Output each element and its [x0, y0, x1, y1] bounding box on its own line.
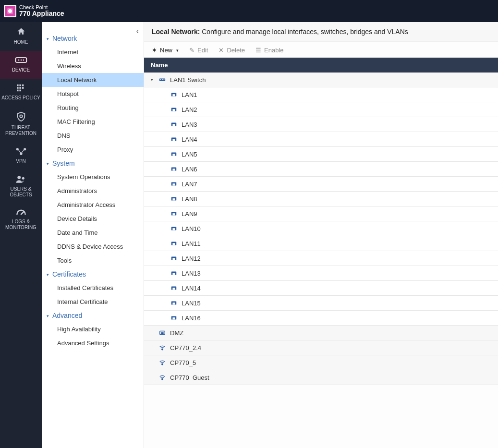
nav-label: VPN — [1, 158, 41, 164]
table-row[interactable]: DMZ — [144, 326, 498, 340]
svg-rect-23 — [162, 79, 163, 80]
star-icon: ✶ — [152, 47, 157, 54]
edit-button[interactable]: ✎ Edit — [189, 47, 208, 54]
subnav-date-and-time[interactable]: Date and Time — [42, 226, 144, 240]
subnav-proxy[interactable]: Proxy — [42, 143, 144, 157]
col-name: Name — [151, 61, 168, 69]
expand-icon[interactable]: ▾ — [151, 77, 156, 82]
svg-point-19 — [22, 177, 24, 180]
dmz-icon — [158, 329, 166, 337]
nav-label: THREAT PREVENTION — [1, 125, 41, 136]
table-row[interactable]: LAN11 — [144, 236, 498, 251]
port-icon — [170, 284, 178, 292]
table-header[interactable]: Name — [144, 58, 498, 73]
switch-icon — [158, 76, 166, 84]
row-label: LAN6 — [182, 166, 197, 173]
port-icon — [170, 299, 178, 307]
subnav-administrators[interactable]: Administrators — [42, 184, 144, 198]
subnav-system-operations[interactable]: System Operations — [42, 170, 144, 184]
subnav-installed-certificates[interactable]: Installed Certificates — [42, 281, 144, 295]
delete-button[interactable]: ✕ Delete — [219, 47, 245, 54]
nav-access[interactable]: ACCESS POLICY — [0, 79, 42, 107]
svg-rect-6 — [17, 85, 19, 86]
subnav-internal-certificate[interactable]: Internal Certificate — [42, 295, 144, 309]
nav-threat[interactable]: THREAT PREVENTION — [0, 107, 42, 142]
subnav-local-network[interactable]: Local Network — [42, 73, 144, 87]
row-label: LAN4 — [182, 136, 197, 143]
enable-button[interactable]: ☰ Enable — [255, 47, 283, 54]
subnav-internet[interactable]: Internet — [42, 45, 144, 59]
nav-users[interactable]: USERS & OBJECTS — [0, 170, 42, 204]
edit-label: Edit — [197, 47, 208, 54]
table-row[interactable]: LAN2 — [144, 102, 498, 117]
new-button[interactable]: ✶ New ▾ — [152, 47, 179, 54]
svg-rect-10 — [19, 87, 21, 89]
port-icon — [170, 254, 178, 262]
nav-device[interactable]: DEVICE — [0, 51, 42, 79]
table-row[interactable]: LAN7 — [144, 177, 498, 192]
table-row[interactable]: LAN10 — [144, 221, 498, 236]
page-subtitle: Configure and manage local interfaces, s… — [202, 28, 408, 36]
svg-point-14 — [20, 115, 23, 118]
subnav-mac-filtering[interactable]: MAC Filtering — [42, 115, 144, 129]
table-row[interactable]: CP770_Guest — [144, 370, 498, 385]
subnav-ddns-device-access[interactable]: DDNS & Device Access — [42, 240, 144, 254]
row-label: DMZ — [170, 329, 183, 337]
table-row[interactable]: LAN8 — [144, 192, 498, 206]
row-label: LAN5 — [182, 151, 197, 158]
subnav-dns[interactable]: DNS — [42, 129, 144, 143]
subnav-advanced-settings[interactable]: Advanced Settings — [42, 336, 144, 350]
table-row[interactable]: LAN5 — [144, 147, 498, 162]
svg-point-3 — [18, 60, 19, 61]
row-label: LAN1 — [182, 91, 197, 98]
nav-home[interactable]: HOME — [0, 22, 42, 51]
svg-rect-38 — [172, 183, 175, 185]
port-icon — [170, 180, 178, 188]
nav-vpn[interactable]: VPN — [0, 142, 42, 170]
page-description: Local Network: Configure and manage loca… — [144, 22, 498, 42]
subnav-hotspot[interactable]: Hotspot — [42, 87, 144, 101]
list-icon: ☰ — [255, 47, 261, 54]
port-icon — [170, 210, 178, 218]
nav-logs[interactable]: LOGS & MONITORING — [0, 204, 42, 236]
table-row[interactable]: LAN12 — [144, 251, 498, 266]
x-icon: ✕ — [219, 47, 224, 54]
port-icon — [170, 195, 178, 203]
group-certificates[interactable]: Certificates — [42, 267, 144, 281]
group-network[interactable]: Network — [42, 32, 144, 45]
subnav-administrator-access[interactable]: Administrator Access — [42, 198, 144, 212]
subnav-routing[interactable]: Routing — [42, 101, 144, 115]
port-icon — [170, 135, 178, 143]
group-advanced[interactable]: Advanced — [42, 309, 144, 322]
table-row[interactable]: LAN14 — [144, 281, 498, 296]
subnav-device-details[interactable]: Device Details — [42, 212, 144, 226]
users-icon — [1, 175, 41, 183]
table-row[interactable]: LAN15 — [144, 296, 498, 311]
page-title: Local Network: — [152, 28, 200, 36]
row-label: LAN16 — [182, 315, 201, 322]
table-row[interactable]: LAN1 — [144, 87, 498, 102]
row-label: CP770_5 — [170, 359, 196, 366]
svg-rect-52 — [172, 288, 175, 290]
svg-rect-12 — [22, 85, 24, 86]
subnav-tools[interactable]: Tools — [42, 254, 144, 267]
table-row[interactable]: LAN13 — [144, 266, 498, 281]
table-body: ▾LAN1 SwitchLAN1LAN2LAN3LAN4LAN5LAN6LAN7… — [144, 73, 498, 385]
access-icon — [1, 84, 41, 92]
svg-rect-40 — [172, 198, 175, 200]
table-row[interactable]: LAN3 — [144, 117, 498, 132]
table-row[interactable]: LAN16 — [144, 311, 498, 326]
table-row[interactable]: ▾LAN1 Switch — [144, 73, 498, 87]
row-label: CP770_Guest — [170, 374, 209, 381]
table-row[interactable]: CP770_2.4 — [144, 340, 498, 355]
wifi-icon — [158, 374, 166, 381]
group-system[interactable]: System — [42, 157, 144, 170]
svg-rect-22 — [160, 79, 161, 80]
table-row[interactable]: LAN9 — [144, 206, 498, 221]
port-icon — [170, 91, 178, 98]
table-row[interactable]: LAN6 — [144, 162, 498, 177]
table-row[interactable]: LAN4 — [144, 132, 498, 147]
subnav-wireless[interactable]: Wireless — [42, 59, 144, 73]
table-row[interactable]: CP770_5 — [144, 355, 498, 370]
subnav-high-availability[interactable]: High Availability — [42, 322, 144, 336]
